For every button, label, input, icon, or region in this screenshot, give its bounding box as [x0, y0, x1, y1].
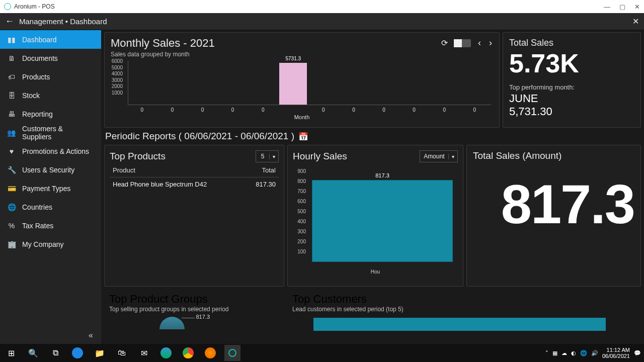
print-icon: 🖶 — [7, 110, 16, 118]
monthly-x-tick: 0 — [340, 107, 368, 113]
col-product: Product — [113, 166, 135, 174]
sidebar-item-label: Users & Security — [22, 166, 74, 174]
customers-subtitle: Lead customers in selected period (top 5… — [292, 306, 636, 313]
doc-icon: 🗎 — [7, 54, 16, 62]
tray-security-icon[interactable]: ◐ — [571, 350, 576, 356]
sidebar-item-countries[interactable]: 🌐Countries — [0, 198, 101, 216]
groups-pie-label: 817.3 — [196, 314, 210, 320]
back-arrow-icon[interactable]: ← — [5, 16, 14, 27]
monthly-x-tick: 0 — [189, 107, 216, 113]
key-icon: 🔧 — [7, 166, 16, 174]
sidebar-item-label: Customers & Suppliers — [22, 125, 94, 141]
minimize-button[interactable]: — — [604, 3, 610, 11]
total-sales-amount-panel: Total Sales (Amount) 817.3 — [466, 145, 641, 287]
sidebar-item-payment-types[interactable]: 💳Payment Types — [0, 179, 101, 198]
col-total: Total — [262, 166, 276, 174]
cell-product: Head Phone blue Spectrum D42 — [113, 180, 207, 188]
top-products-title: Top Products — [110, 151, 166, 162]
edge-icon[interactable] — [69, 345, 86, 361]
sidebar-item-tax-rates[interactable]: %Tax Rates — [0, 216, 101, 235]
totals-month: JUNE — [509, 92, 634, 105]
hourly-bar: 817.3 — [312, 180, 453, 262]
store-icon[interactable]: 🛍 — [114, 345, 130, 361]
groups-pie-chart: 817.3 — [159, 317, 185, 329]
building-icon: 🏢 — [7, 240, 16, 248]
box-icon: 🗄 — [7, 92, 16, 100]
aronium-app-icon[interactable] — [224, 345, 240, 361]
monthly-y-ticks: 600050004000300020001000 — [111, 59, 123, 97]
calendar-icon[interactable]: 📅 — [298, 132, 308, 141]
sidebar-item-products[interactable]: 🏷Products — [0, 67, 101, 86]
tray-icon[interactable]: ▦ — [552, 350, 557, 356]
monthly-x-tick: 0 — [461, 107, 489, 113]
firefox-icon[interactable] — [202, 345, 218, 361]
sidebar-item-users-security[interactable]: 🔧Users & Security — [0, 160, 101, 179]
sidebar-item-my-company[interactable]: 🏢My Company — [0, 235, 101, 253]
explorer-icon[interactable]: 📁 — [92, 345, 108, 361]
totals-title: Total Sales — [509, 38, 634, 48]
panel-close-icon[interactable]: ✕ — [632, 17, 639, 26]
taskview-icon[interactable]: ⧉ — [47, 345, 63, 361]
breadcrumb: Management • Dashboard — [19, 17, 107, 26]
notifications-icon[interactable]: 💬 — [634, 350, 641, 356]
top-product-groups-panel: Top Product Groups Top selling product g… — [104, 290, 284, 333]
sidebar-item-stock[interactable]: 🗄Stock — [0, 86, 101, 105]
hourly-mode-dropdown[interactable]: Amount ▾ — [420, 150, 458, 162]
hourly-y-ticks: 900800700600500400300200100 — [293, 168, 306, 259]
sidebar: ▮▮Dashboard🗎Documents🏷Products🗄Stock🖶Rep… — [0, 30, 101, 344]
next-arrow-icon[interactable]: › — [488, 38, 493, 48]
refresh-icon[interactable]: ⟳ — [441, 38, 448, 48]
titlebar-left: Aronium - POS — [4, 3, 55, 10]
close-button[interactable]: ✕ — [634, 3, 640, 11]
headerbar-left: ← Management • Dashboard — [5, 16, 107, 27]
taskbar-right: ˄ ▦ ☁ ◐ 🌐 🔊 11:12 AM 06/06/2021 💬 — [545, 347, 641, 359]
sidebar-item-documents[interactable]: 🗎Documents — [0, 49, 101, 67]
total-amount-title: Total Sales (Amount) — [473, 150, 634, 161]
sidebar-item-label: Documents — [22, 54, 58, 62]
sidebar-item-promotions-actions[interactable]: ♥Promotions & Actions — [0, 142, 101, 160]
sidebar-collapse-button[interactable]: « — [0, 327, 101, 344]
monthly-x-tick: 0 — [431, 107, 458, 113]
search-icon[interactable]: 🔍 — [25, 345, 41, 361]
edge-new-icon[interactable] — [158, 345, 174, 361]
top-products-count-dropdown[interactable]: 5 ▾ — [256, 150, 279, 162]
sidebar-item-customers-suppliers[interactable]: 👥Customers & Suppliers — [0, 123, 101, 142]
table-row[interactable]: Head Phone blue Spectrum D42817.30 — [110, 177, 279, 191]
monthly-title: Monthly Sales - 2021 — [111, 37, 493, 50]
totals-value: 5.73K — [509, 50, 634, 76]
tray-network-icon[interactable]: 🌐 — [580, 350, 587, 356]
content-area: Monthly Sales - 2021 Sales data grouped … — [101, 30, 644, 344]
customers-bar — [313, 318, 606, 331]
sidebar-item-label: Countries — [22, 203, 52, 211]
mail-icon[interactable]: ✉ — [136, 345, 152, 361]
sidebar-item-reporting[interactable]: 🖶Reporting — [0, 105, 101, 123]
sidebar-item-label: Dashboard — [22, 36, 57, 44]
cell-total: 817.30 — [256, 180, 276, 188]
window-title: Aronium - POS — [14, 3, 55, 10]
dropdown-value: 5 — [256, 153, 269, 160]
people-icon: 👥 — [7, 129, 16, 137]
tray-volume-icon[interactable]: 🔊 — [591, 350, 598, 356]
maximize-button[interactable]: ▢ — [619, 3, 625, 11]
prev-arrow-icon[interactable]: ‹ — [477, 38, 482, 48]
taskbar-clock[interactable]: 11:12 AM 06/06/2021 — [602, 347, 630, 359]
monthly-x-tick: 0 — [128, 107, 156, 113]
start-button[interactable]: ⊞ — [3, 345, 19, 361]
monthly-sales-panel: Monthly Sales - 2021 Sales data grouped … — [104, 32, 500, 128]
tray-onedrive-icon[interactable]: ☁ — [561, 350, 567, 356]
sidebar-item-dashboard[interactable]: ▮▮Dashboard — [0, 30, 101, 49]
hourly-sales-panel: Hourly Sales Amount ▾ 900800700600500400… — [287, 145, 463, 287]
monthly-chart: 600050004000300020001000 000005731.30000… — [123, 61, 493, 116]
top-products-header-row: Product Total — [110, 162, 279, 177]
app-icon — [4, 3, 11, 10]
hourly-chart: 900800700600500400300200100 817.3 — [307, 168, 458, 269]
monthly-x-tick: 0 — [158, 107, 186, 113]
chart-toggle[interactable] — [454, 39, 471, 47]
total-sales-panel: Total Sales 5.73K Top performing month: … — [503, 32, 641, 128]
percent-icon: % — [7, 222, 16, 230]
tag-icon: 🏷 — [7, 73, 16, 81]
hourly-xlabel: Hou — [293, 269, 458, 275]
tray-chevron-icon[interactable]: ˄ — [545, 350, 548, 356]
chrome-icon[interactable] — [180, 345, 196, 361]
monthly-bar: 5731.3 — [279, 63, 307, 105]
